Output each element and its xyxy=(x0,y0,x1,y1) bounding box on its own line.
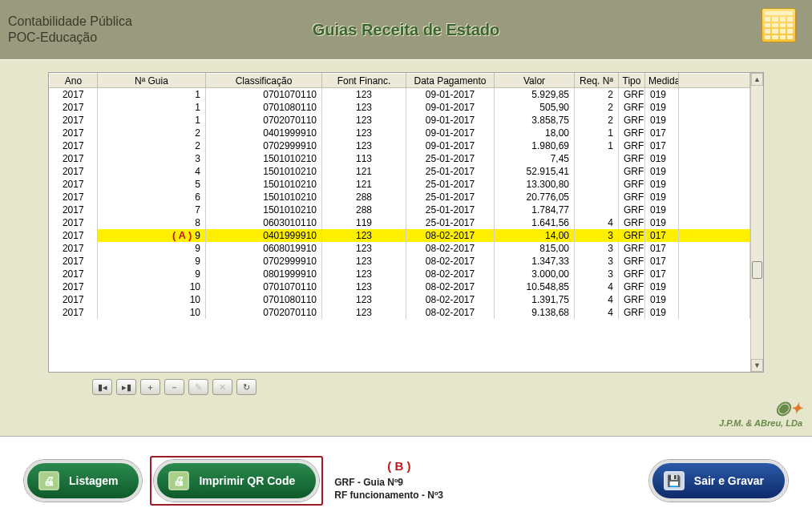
info-line-2: RF funcionamento - Nº3 xyxy=(334,489,443,502)
table-row[interactable]: 20175150101021012125-01-201713.300,80GRF… xyxy=(50,178,750,191)
scroll-up-arrow[interactable]: ▲ xyxy=(751,73,763,86)
col-spacer xyxy=(679,74,750,88)
app-header: Contabilidade Pública POC-Educação Guias… xyxy=(0,0,812,60)
col-valor[interactable]: Valor xyxy=(495,74,575,88)
col-guia[interactable]: Nª Guia xyxy=(98,74,206,88)
nav-cancel-button[interactable]: ✕ xyxy=(212,379,232,395)
table-row[interactable]: 20179060801991012308-02-2017815,003GRF01… xyxy=(50,242,750,255)
grid-header: Ano Nª Guia Classificação Font Financ. D… xyxy=(50,74,750,88)
footer-info: ( B ) GRF - Guia Nº9 RF funcionamento - … xyxy=(334,459,443,502)
app-name-line2: POC-Educação xyxy=(8,30,132,46)
table-row[interactable]: 20177150101021028825-01-20171.784,77GRF0… xyxy=(50,204,750,216)
col-tipo[interactable]: Tipo xyxy=(619,74,645,88)
vertical-scrollbar[interactable]: ▲ ▼ xyxy=(750,73,763,372)
nav-remove-button[interactable]: － xyxy=(164,379,184,395)
record-navigator: ▮◂ ▸▮ ＋ － ✎ ✕ ↻ xyxy=(92,379,764,395)
table-row[interactable]: 20173150101021011325-01-20177,45GRF019 xyxy=(50,152,750,165)
nav-refresh-button[interactable]: ↻ xyxy=(236,379,257,395)
annotation-b: ( B ) xyxy=(387,459,443,473)
listagem-label: Listagem xyxy=(69,474,118,487)
table-row[interactable]: 20179070299991012308-02-20171.347,333GRF… xyxy=(50,255,750,268)
save-icon: 💾 xyxy=(664,471,685,490)
col-ano[interactable]: Ano xyxy=(50,74,98,88)
table-row[interactable]: 20172040199991012309-01-201718,001GRF017 xyxy=(50,127,750,139)
print-icon: 🖨 xyxy=(38,471,59,490)
table-row[interactable]: 201710070107011012308-02-201710.548,854G… xyxy=(50,280,750,293)
nav-first-button[interactable]: ▮◂ xyxy=(92,379,112,395)
sair-gravar-button[interactable]: 💾 Sair e Gravar xyxy=(649,460,788,502)
imprimir-qr-button[interactable]: 🖨 Imprimir QR Code xyxy=(154,460,319,502)
qr-button-frame: 🖨 Imprimir QR Code xyxy=(150,456,323,506)
data-grid[interactable]: Ano Nª Guia Classificação Font Financ. D… xyxy=(48,72,764,373)
sair-gravar-label: Sair e Gravar xyxy=(694,474,764,487)
table-row[interactable]: 20176150101021028825-01-201720.776,05GRF… xyxy=(50,191,750,204)
table-row[interactable]: 201710070207011012308-02-20179.138,684GR… xyxy=(50,306,750,319)
footer-bar: 🖨 Listagem 🖨 Imprimir QR Code ( B ) GRF … xyxy=(0,436,812,524)
col-req[interactable]: Req. Nª xyxy=(575,74,619,88)
col-font[interactable]: Font Financ. xyxy=(322,74,406,88)
nav-add-button[interactable]: ＋ xyxy=(140,379,160,395)
vendor-name: J.P.M. & ABreu, LDa xyxy=(719,418,802,428)
print-icon: 🖨 xyxy=(168,471,189,490)
app-name: Contabilidade Pública POC-Educação xyxy=(8,14,132,46)
col-data[interactable]: Data Pagamento xyxy=(406,74,495,88)
page-title: Guias Receita de Estado xyxy=(313,21,499,39)
nav-edit-button[interactable]: ✎ xyxy=(188,379,208,395)
table-row[interactable]: 20179040199991012308-02-201714,003GRF017 xyxy=(50,229,750,242)
calculator-icon[interactable] xyxy=(762,8,796,42)
col-med[interactable]: Medida xyxy=(645,74,679,88)
table-row[interactable]: 201710070108011012308-02-20171.391,754GR… xyxy=(50,293,750,306)
imprimir-qr-label: Imprimir QR Code xyxy=(199,474,295,487)
scroll-thumb[interactable] xyxy=(752,261,762,279)
table-row[interactable]: 20171070207011012309-01-20173.858,752GRF… xyxy=(50,114,750,127)
info-line-1: GRF - Guia Nº9 xyxy=(334,476,443,489)
col-class[interactable]: Classificação xyxy=(206,74,322,88)
scroll-down-arrow[interactable]: ▼ xyxy=(751,359,763,372)
nav-last-button[interactable]: ▸▮ xyxy=(116,379,136,395)
table-row[interactable]: 20178060301011011925-01-20171.641,564GRF… xyxy=(50,216,750,229)
table-row[interactable]: 20171070107011012309-01-20175.929,852GRF… xyxy=(50,88,750,102)
table-row[interactable]: 20171070108011012309-01-2017505,902GRF01… xyxy=(50,101,750,114)
table-row[interactable]: 20172070299991012309-01-20171.980,691GRF… xyxy=(50,139,750,152)
table-row[interactable]: 20174150101021012125-01-201752.915,41GRF… xyxy=(50,165,750,178)
app-name-line1: Contabilidade Pública xyxy=(8,14,132,30)
vendor-logo: ◉✦ J.P.M. & ABreu, LDa xyxy=(719,397,802,428)
table-row[interactable]: 20179080199991012308-02-20173.000,003GRF… xyxy=(50,268,750,280)
listagem-button[interactable]: 🖨 Listagem xyxy=(24,460,142,502)
